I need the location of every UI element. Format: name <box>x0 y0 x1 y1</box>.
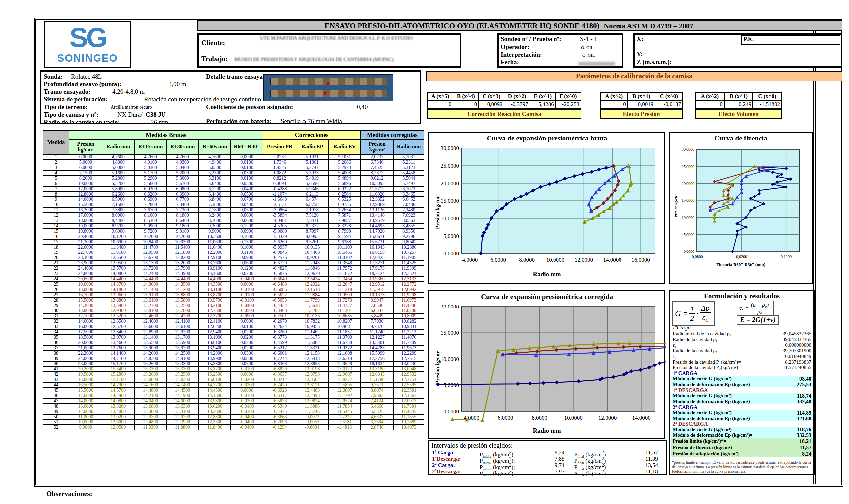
table-cell: 9,7376 <box>361 324 394 329</box>
result-row: 1ª CARGA <box>671 371 813 376</box>
result-label: ε₁ <box>673 342 677 348</box>
camisa-label: Tipo de camisa y nº: <box>44 111 98 118</box>
table-cell: 14,1800 <box>198 393 231 398</box>
table-cell: 8,9350 <box>394 229 424 234</box>
table-cell: 13,0430 <box>394 361 424 366</box>
calibration-header: C (x^0) <box>753 92 782 101</box>
table-cell: 11,9884 <box>296 292 328 298</box>
table-cell: 8,1800 <box>167 213 198 218</box>
table-row: 2023,300012,550012,670012,820012,91000,0… <box>43 255 424 260</box>
table-cell: 14,8300 <box>134 356 167 361</box>
table-cell: 6,5325 <box>328 197 361 202</box>
table-cell: 5,5525 <box>361 409 394 414</box>
table-cell: 6,3900 <box>167 192 198 197</box>
tramo-label: Tramo ensayado: <box>44 88 90 95</box>
table-cell: 5,9346 <box>296 186 328 192</box>
table-cell: 15 <box>43 229 69 234</box>
svg-text:15,0000: 15,0000 <box>681 198 694 203</box>
table-cell: 4,9300 <box>167 160 198 165</box>
table-cell: 15,3300 <box>167 366 198 372</box>
table-cell: 15,1700 <box>102 361 134 366</box>
table-cell: 11,6758 <box>328 340 361 345</box>
calibration-header: B (x^1) <box>724 92 753 101</box>
table-cell: 15,5999 <box>361 350 394 356</box>
table-cell: 31 <box>43 313 69 319</box>
table-cell: 6,6452 <box>394 197 424 202</box>
table-cell: 17,0425 <box>361 255 394 260</box>
table-cell: 41 <box>43 366 69 372</box>
interval-cell: 1ªDescarga: <box>430 456 480 462</box>
table-cell: 4,8800 <box>102 160 134 165</box>
table-cell: 0,8212 <box>263 176 296 181</box>
result-value: 8,24 <box>802 451 811 457</box>
operador-value: Ó. GIL <box>581 45 594 50</box>
table-cell: 14,7400 <box>167 382 198 388</box>
table-cell: 15,0800 <box>134 377 167 382</box>
table-cell: 8,6400 <box>167 218 198 223</box>
table-cell: -6,2624 <box>263 324 296 329</box>
table-cell: 10,2600 <box>167 234 198 239</box>
table-cell: 50 <box>43 414 69 419</box>
table-cell: 0,0700 <box>231 197 263 202</box>
table-cell: 12,6000 <box>134 324 167 329</box>
table-cell: 14,2400 <box>134 271 167 276</box>
table-cell: 0,1200 <box>231 223 263 229</box>
table-cell: 13,9800 <box>198 398 231 403</box>
table-cell: 14,4600 <box>198 271 231 276</box>
table-cell: 8,5300 <box>134 218 167 223</box>
table-cell: 7,3800 <box>198 202 231 208</box>
table-cell: 8,7998 <box>328 229 361 234</box>
table-cell: 21,3000 <box>69 239 102 245</box>
table-row: 5110,000012,600012,480012,390012,3500-0,… <box>43 419 424 425</box>
table-cell: 1 <box>43 155 69 160</box>
chart-ylabel-bruta: Presion kg/cm² <box>435 195 441 229</box>
intervals-title: Intervalos de presión elegidos: <box>430 442 666 449</box>
fecha-label: Fecha: <box>501 59 519 66</box>
table-cell: -6,8657 <box>263 372 296 377</box>
table-cell: 14,4400 <box>167 276 198 282</box>
result-value: 8,237193837 <box>785 359 811 365</box>
table-cell: -6,0845 <box>263 250 296 255</box>
result-value: 0,016940849 <box>785 354 811 359</box>
table-cell: 15,0671 <box>361 234 394 239</box>
table-cell: 14,2800 <box>198 350 231 356</box>
calibration-footer-reaccion: Corrección Reacción Camisa <box>427 109 582 119</box>
table-cell: -6,5217 <box>263 345 296 350</box>
table-cell: 0,3093 <box>263 181 296 186</box>
table-cell: 11,6082 <box>296 340 328 345</box>
table-cell: 8,7000 <box>198 218 231 223</box>
table-cell: 0,0600 <box>231 218 263 223</box>
table-cell: 5,5600 <box>134 181 167 186</box>
table-cell: 10,1373 <box>361 292 394 298</box>
calibration-header: F (x^0) <box>555 92 581 101</box>
table-cell: -6,4599 <box>263 340 296 345</box>
table-cell: 2,0237 <box>361 155 394 160</box>
table-cell: 11,5712 <box>361 186 394 192</box>
table-cell: 0,0300 <box>231 170 263 176</box>
table-cell: -3,5854 <box>263 213 296 218</box>
table-cell: 12,7300 <box>198 308 231 313</box>
table-cell: -1,1074 <box>263 192 296 197</box>
table-cell: 20,4000 <box>69 234 102 239</box>
table-cell: 29 <box>43 303 69 308</box>
title-bar: ENSAYO PRESIO-DILATOMETRICO OYO (ELASTOM… <box>197 20 842 31</box>
table-cell: 13,6200 <box>198 403 231 409</box>
table-cell: 5,1031 <box>296 155 328 160</box>
table-cell: 14,9100 <box>167 356 198 361</box>
table-cell: 0,0200 <box>231 345 263 350</box>
table-cell: 12,4483 <box>296 388 328 393</box>
table-cell: 12,8000 <box>69 192 102 197</box>
table-cell: 12,7751 <box>394 377 424 382</box>
table-cell: 11,4700 <box>134 245 167 250</box>
calibration-header: A (x^2) <box>600 92 628 101</box>
table-cell: 11,4845 <box>394 409 424 414</box>
table-cell: 12,9529 <box>328 361 361 366</box>
table-cell: 12,6121 <box>296 382 328 388</box>
table-cell: 13,8700 <box>198 292 231 298</box>
svg-text:14,0000: 14,0000 <box>603 257 622 263</box>
table-cell: 6,2113 <box>296 192 328 197</box>
sondeo-box: Sondeo nº / Prueba nº: S-1 - 1 Operador:… <box>498 34 623 68</box>
svg-text:15,0000: 15,0000 <box>441 198 459 204</box>
table-cell: 5,2800 <box>102 176 134 181</box>
table-cell: 12,7515 <box>394 356 424 361</box>
